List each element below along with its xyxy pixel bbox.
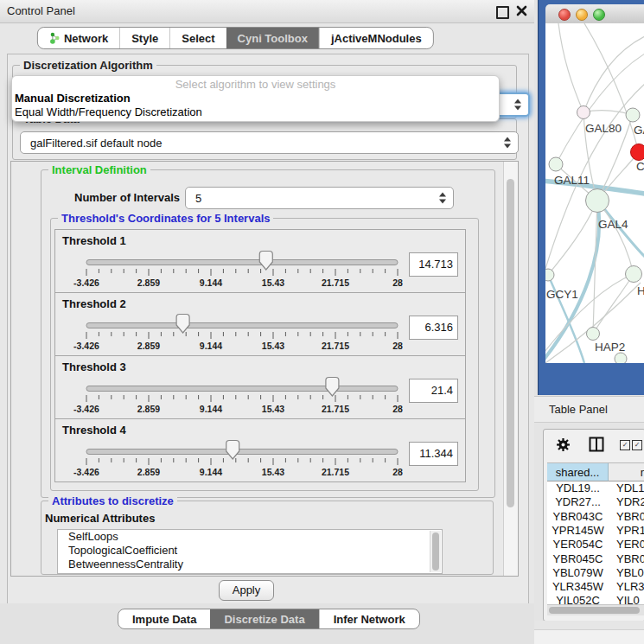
network-node-label: H [637, 284, 644, 297]
float-window-icon[interactable] [496, 6, 509, 19]
network-node[interactable] [626, 108, 640, 122]
network-node[interactable] [615, 353, 627, 363]
control-panel-titlebar: Control Panel [0, 0, 534, 23]
attributes-list-scrollbar[interactable] [430, 531, 441, 572]
combo-stepper-icon [438, 193, 446, 204]
network-canvas[interactable]: GAL80GACGAL11GAL4GCY1HHAP2 [545, 23, 644, 363]
table-row[interactable]: YBR045CYBR0 [547, 552, 644, 566]
svg-text:21.715: 21.715 [322, 341, 349, 351]
svg-text:15.43: 15.43 [262, 404, 284, 414]
table-horizontal-scrollbar[interactable] [547, 604, 644, 615]
node-table[interactable]: shared... na YDL19...YDL1YDR27...YDR2YBR… [547, 462, 644, 615]
threshold-panels: Threshold 1-3.4262.8599.14415.4321.71528… [51, 229, 478, 482]
tab-network[interactable]: Network [38, 28, 119, 48]
svg-text:-3.426: -3.426 [73, 277, 99, 288]
svg-text:28: 28 [392, 277, 403, 288]
slider-thumb[interactable] [176, 315, 189, 334]
numerical-attributes-list[interactable]: SelfLoopsTopologicalCoefficientBetweenne… [57, 529, 443, 574]
table-data-combobox-value: galFiltered.sif default node [30, 137, 162, 150]
network-node[interactable] [587, 328, 600, 341]
table-panel-footer-strip [534, 629, 644, 644]
network-node-label: GAL11 [554, 174, 590, 187]
tab-infer-network[interactable]: Infer Network [319, 609, 419, 628]
cyni-bottom-tabbar: Impute DataDiscretize DataInfer Network [118, 609, 420, 629]
table-row[interactable]: YPR145WYPR1 [547, 524, 644, 538]
discretization-algorithm-group-title: Discretization Algorithm [20, 59, 156, 72]
gear-icon[interactable] [556, 437, 571, 452]
threshold-slider[interactable]: -3.4262.8599.14415.4321.71528 [62, 247, 408, 290]
threshold-value-field[interactable]: 6.316 [409, 316, 458, 340]
svg-text:28: 28 [392, 404, 403, 414]
apply-button[interactable]: Apply [219, 580, 274, 601]
threshold-panel: Threshold 2-3.4262.8599.14415.4321.71528… [54, 292, 466, 356]
tab-jactivemnodules[interactable]: jActiveMNodules [319, 28, 433, 48]
svg-text:9.144: 9.144 [200, 404, 222, 414]
dropdown-option[interactable]: Equal Width/Frequency Discretization [12, 105, 499, 119]
interval-definition-group: Interval Definition Number of Intervals … [41, 169, 495, 498]
network-node-label: GAL80 [585, 122, 622, 135]
network-node-label: C [636, 160, 644, 173]
threshold-slider[interactable]: -3.4262.8599.14415.4321.71528 [62, 310, 408, 354]
threshold-slider[interactable]: -3.4262.8599.14415.4321.71528 [62, 437, 408, 480]
table-row[interactable]: YBR043CYBR0 [547, 510, 644, 524]
slider-thumb[interactable] [326, 378, 339, 397]
tab-cyni-toolbox[interactable]: Cyni Toolbox [226, 28, 319, 48]
network-node[interactable] [545, 269, 554, 281]
table-row[interactable]: YDR27...YDR2 [547, 495, 644, 509]
table-row[interactable]: YBL079WYBL0 [547, 566, 644, 580]
svg-text:21.715: 21.715 [322, 277, 349, 288]
network-node[interactable] [577, 106, 590, 119]
panel-vertical-scrollbar[interactable] [503, 162, 518, 576]
svg-text:21.715: 21.715 [322, 467, 349, 477]
threshold-panel: Threshold 4-3.4262.8599.14415.4321.71528… [54, 418, 466, 482]
network-node[interactable] [586, 189, 609, 213]
threshold-value-field[interactable]: 11.344 [409, 442, 458, 466]
number-of-intervals-combobox[interactable]: 5 [185, 187, 454, 209]
svg-text:2.859: 2.859 [137, 277, 160, 288]
checkbox-icon[interactable]: ✓ [632, 440, 642, 450]
threshold-value-field[interactable]: 21.4 [409, 379, 458, 403]
algorithm-dropdown-popup: Select algorithm to view settings Manual… [11, 75, 500, 122]
close-icon[interactable] [516, 5, 527, 16]
threshold-label: Threshold 2 [62, 297, 126, 310]
table-data-combobox[interactable]: galFiltered.sif default node [20, 131, 519, 154]
table-row[interactable]: YLR345WYLR3 [547, 580, 644, 594]
network-node[interactable] [549, 157, 563, 171]
threshold-value-field[interactable]: 14.713 [409, 252, 458, 277]
split-columns-icon[interactable] [589, 437, 604, 452]
close-traffic-light-icon[interactable] [558, 9, 571, 21]
slider-thumb[interactable] [226, 441, 239, 460]
minimize-traffic-light-icon[interactable] [576, 9, 588, 21]
svg-text:9.144: 9.144 [200, 277, 222, 288]
attribute-list-item[interactable]: TopologicalCoefficient [58, 544, 442, 558]
svg-text:-3.426: -3.426 [73, 341, 99, 351]
checkbox-icon[interactable]: ✓ [620, 440, 630, 450]
tab-impute-data[interactable]: Impute Data [118, 609, 210, 628]
control-panel-tabbar: NetworkStyleSelectCyni ToolboxjActiveMNo… [37, 27, 434, 49]
network-node[interactable] [626, 266, 642, 283]
table-row[interactable]: YER054CYER0 [547, 538, 644, 552]
interval-definition-title: Interval Definition [48, 163, 150, 176]
attributes-group-title: Attributes to discretize [48, 494, 177, 507]
combo-stepper-icon [503, 137, 511, 149]
tab-discretize-data[interactable]: Discretize Data [210, 609, 318, 628]
tab-select[interactable]: Select [169, 28, 226, 48]
attribute-list-item[interactable]: SelfLoops [58, 530, 442, 544]
table-row[interactable]: YDL19...YDL1 [547, 481, 644, 495]
table-data-group: Table Data galFiltered.sif default node [12, 118, 517, 160]
cyni-toolbox-panel: Discretization Algorithm Select algorith… [7, 54, 529, 604]
attribute-list-item[interactable]: BetweennessCentrality [58, 558, 442, 571]
svg-text:28: 28 [392, 341, 403, 351]
svg-text:15.43: 15.43 [262, 341, 284, 351]
network-node[interactable] [631, 144, 644, 161]
tab-style[interactable]: Style [119, 28, 169, 48]
network-window-titlebar[interactable] [545, 4, 644, 24]
threshold-label: Threshold 1 [62, 234, 126, 247]
network-node-label: GAL4 [598, 218, 628, 231]
slider-thumb[interactable] [259, 252, 272, 271]
column-header-name[interactable]: na [609, 462, 644, 481]
dropdown-option[interactable]: Manual Discretization [12, 92, 499, 105]
threshold-slider[interactable]: -3.4262.8599.14415.4321.71528 [62, 373, 408, 417]
column-header-shared-name[interactable]: shared... [547, 462, 609, 481]
zoom-traffic-light-icon[interactable] [593, 9, 605, 21]
